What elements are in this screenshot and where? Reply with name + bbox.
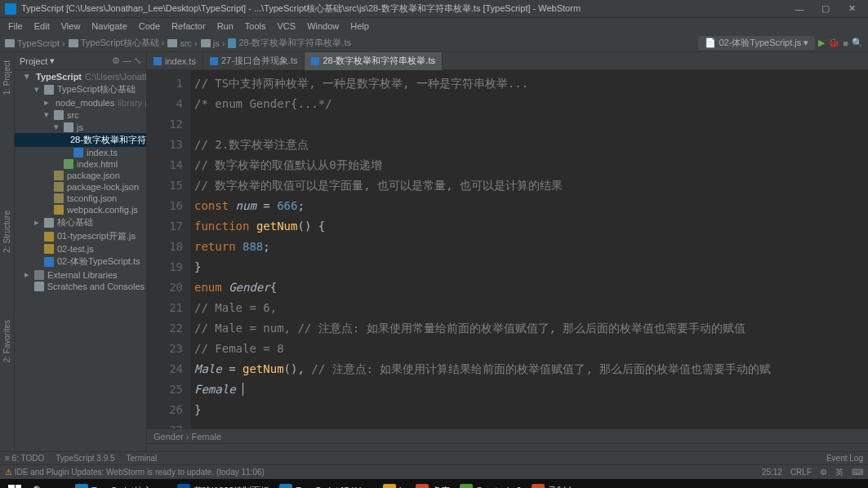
crumb-segment[interactable]: TypeScript › xyxy=(5,38,65,48)
terminal-tool[interactable]: Terminal xyxy=(127,454,158,463)
horizontal-scrollbar[interactable] xyxy=(147,443,868,451)
tree-node[interactable]: ▸node_modules library root xyxy=(15,96,146,109)
tool-project[interactable]: 1: Project xyxy=(2,55,11,100)
menu-code[interactable]: Code xyxy=(134,20,165,33)
tree-node[interactable]: ▸核心基础 xyxy=(15,215,146,229)
bottom-tool-buttons: ≡ 6: TODO TypeScript 3.9.5 Terminal Even… xyxy=(0,451,868,464)
windows-taskbar: 🔍 ▭ TypeScript核心 - ...剪映|1800控制面板TypeScr… xyxy=(0,479,868,488)
tree-node[interactable]: package-lock.json xyxy=(15,181,146,193)
tree-node[interactable]: 28-数字枚举和字符串枚举.ts xyxy=(15,133,146,147)
editor-area: index.ts27-接口合并现象.ts28-数字枚举和字符串枚举.ts 141… xyxy=(147,52,868,451)
tool-favorites[interactable]: 2: Favorites xyxy=(2,315,11,367)
status-indicator[interactable]: CRLF xyxy=(790,468,812,477)
taskbar-app[interactable]: Camtasia 9 xyxy=(455,480,527,488)
crumb-segment[interactable]: src › xyxy=(167,38,197,48)
typescript-tool[interactable]: TypeScript 3.9.5 xyxy=(56,454,114,463)
status-indicator[interactable]: 25:12 xyxy=(762,468,782,477)
left-tool-strip: 1: Project 2: Structure 2: Favorites xyxy=(0,52,15,451)
menu-file[interactable]: File xyxy=(3,20,28,33)
code-editor[interactable]: // TS中支持两种枚举, 一种是数字枚举, 一种是字符串枚举.../* enu… xyxy=(191,70,868,428)
search-icon[interactable]: 🔍 xyxy=(852,38,863,48)
taskbar-app[interactable]: 录制中... xyxy=(527,480,587,488)
status-indicator[interactable]: ⚙ xyxy=(820,468,827,477)
search-taskbar-icon[interactable]: 🔍 xyxy=(28,480,49,488)
tree-node[interactable]: index.ts xyxy=(15,147,146,158)
editor-breadcrumb[interactable]: Gender › Female xyxy=(147,428,868,443)
window-titlebar: TypeScript [C:\Users\Jonathan_Lee\Deskto… xyxy=(0,0,868,18)
project-settings-icon[interactable]: ⚙ — ⤡ xyxy=(112,55,141,66)
crumb-segment[interactable]: js › xyxy=(201,38,225,48)
run-controls: 📄 02-体验TypeScript.js ▾ ▶ 🐞 ■ 🔍 xyxy=(698,36,863,50)
status-indicator[interactable]: 英 xyxy=(835,467,844,478)
tree-node[interactable]: ▾src xyxy=(15,109,146,121)
crumb-segment[interactable]: 28-数字枚举和字符串枚举.ts xyxy=(228,37,351,49)
nav-bar: TypeScript ›TypeScript核心基础 ›src ›js ›28-… xyxy=(0,34,868,52)
tree-node[interactable]: tsconfig.json xyxy=(15,193,146,204)
taskbar-app[interactable]: 剪映|1800控制面板 xyxy=(172,480,274,488)
menu-vcs[interactable]: VCS xyxy=(273,20,301,33)
maximize-button[interactable]: ▢ xyxy=(814,2,837,16)
status-message[interactable]: IDE and Plugin Updates: WebStorm is read… xyxy=(15,468,265,477)
tree-node[interactable]: 01-typescript开篇.js xyxy=(15,229,146,243)
crumb-segment[interactable]: TypeScript核心基础 › xyxy=(69,37,165,49)
todo-tool[interactable]: ≡ 6: TODO xyxy=(5,454,44,463)
run-config-selector[interactable]: 📄 02-体验TypeScript.js ▾ xyxy=(698,36,815,50)
event-log[interactable]: Event Log xyxy=(826,454,863,463)
menu-view[interactable]: View xyxy=(56,20,86,33)
status-indicator[interactable]: ⌨ xyxy=(852,468,863,477)
tool-structure[interactable]: 2: Structure xyxy=(2,206,11,258)
tree-node[interactable]: 02-test.js xyxy=(15,243,146,255)
start-button[interactable] xyxy=(3,480,26,488)
app-icon xyxy=(5,3,16,15)
menu-tools[interactable]: Tools xyxy=(240,20,271,33)
tree-node[interactable]: Scratches and Consoles xyxy=(15,281,146,292)
taskbar-app[interactable]: 多态 xyxy=(411,480,455,488)
window-title: TypeScript [C:\Users\Jonathan_Lee\Deskto… xyxy=(21,2,581,15)
task-view-icon[interactable]: ▭ xyxy=(51,480,69,488)
status-bar: ⚠ IDE and Plugin Updates: WebStorm is re… xyxy=(0,464,868,479)
tree-node[interactable]: ▾js xyxy=(15,121,146,133)
tree-node[interactable]: 02-体验TypeScript.ts xyxy=(15,255,146,268)
warning-icon: ⚠ xyxy=(5,468,12,477)
tree-node[interactable]: webpack.config.js xyxy=(15,204,146,215)
taskbar-app[interactable]: js xyxy=(378,480,411,488)
menu-edit[interactable]: Edit xyxy=(29,20,55,33)
menu-run[interactable]: Run xyxy=(212,20,238,33)
taskbar-app[interactable]: TypeScript核心 - ... xyxy=(70,480,172,488)
tree-root[interactable]: ▾TypeScript C:\Users\Jonathan_Lee\Deskto xyxy=(15,70,146,82)
menu-window[interactable]: Window xyxy=(302,20,344,33)
minimize-button[interactable]: — xyxy=(788,2,811,16)
project-view-label[interactable]: Project xyxy=(20,56,47,66)
taskbar-app[interactable]: TypeScript [C:\Us... xyxy=(274,480,378,488)
editor-tab[interactable]: index.ts xyxy=(147,52,203,70)
menu-refactor[interactable]: Refactor xyxy=(167,20,211,33)
run-button[interactable]: ▶ xyxy=(818,38,825,48)
debug-button[interactable]: 🐞 xyxy=(828,38,839,48)
project-tree[interactable]: ▾TypeScript C:\Users\Jonathan_Lee\Deskto… xyxy=(15,70,146,451)
menu-bar: FileEditViewNavigateCodeRefactorRunTools… xyxy=(0,18,868,34)
breadcrumbs[interactable]: TypeScript ›TypeScript核心基础 ›src ›js ›28-… xyxy=(5,37,351,49)
menu-help[interactable]: Help xyxy=(345,20,374,33)
tree-node[interactable]: ▸External Libraries xyxy=(15,268,146,281)
close-button[interactable]: ✕ xyxy=(840,2,863,16)
editor-tab[interactable]: 27-接口合并现象.ts xyxy=(203,52,305,70)
tree-node[interactable]: ▾TypeScript核心基础 xyxy=(15,82,146,96)
editor-tab[interactable]: 28-数字枚举和字符串枚举.ts xyxy=(305,52,443,70)
tree-node[interactable]: package.json xyxy=(15,170,146,181)
menu-navigate[interactable]: Navigate xyxy=(87,20,131,33)
project-tool-window: Project ▾ ⚙ — ⤡ ▾TypeScript C:\Users\Jon… xyxy=(15,52,147,451)
line-gutter: 141213141516171819202122232425262728 xyxy=(147,70,191,428)
editor-tabs: index.ts27-接口合并现象.ts28-数字枚举和字符串枚举.ts xyxy=(147,52,868,70)
stop-button[interactable]: ■ xyxy=(843,38,848,48)
tree-node[interactable]: index.html xyxy=(15,158,146,170)
